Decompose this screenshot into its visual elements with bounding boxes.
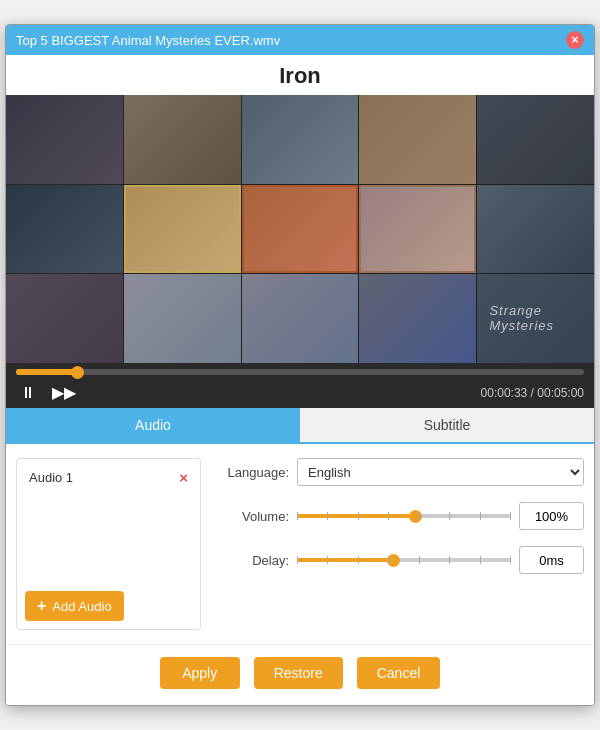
add-audio-button[interactable]: + Add Audio [25, 591, 124, 621]
apply-button[interactable]: Apply [160, 657, 240, 689]
delay-slider-thumb[interactable] [387, 554, 400, 567]
fast-forward-button[interactable]: ▶▶ [48, 381, 80, 404]
language-label: Language: [219, 465, 289, 480]
audio-list-panel: Audio 1 × + Add Audio [16, 458, 201, 630]
delay-setting-row: Delay: 0ms [219, 546, 584, 574]
video-area: StrangeMysteries [6, 95, 594, 363]
volume-input[interactable]: 100% [519, 502, 584, 530]
plus-icon: + [37, 597, 46, 615]
volume-setting-row: Volume: 100% [219, 502, 584, 530]
delay-slider-track [297, 558, 511, 562]
footer-buttons: Apply Restore Cancel [6, 644, 594, 705]
progress-thumb [71, 366, 84, 379]
delay-input[interactable]: 0ms [519, 546, 584, 574]
cancel-button[interactable]: Cancel [357, 657, 441, 689]
playback-controls: ⏸ ▶▶ 00:00:33 / 00:05:00 [16, 381, 584, 404]
title-bar: Top 5 BIGGEST Animal Mysteries EVER.wmv … [6, 25, 594, 55]
tab-content: Audio 1 × + Add Audio Language: English … [6, 444, 594, 644]
time-separator: / [527, 386, 537, 400]
total-time: 00:05:00 [537, 386, 584, 400]
delay-slider-fill [297, 558, 393, 562]
volume-slider-fill [297, 514, 415, 518]
add-audio-label: Add Audio [52, 599, 111, 614]
tab-subtitle[interactable]: Subtitle [300, 408, 594, 442]
video-title: Iron [6, 55, 594, 95]
audio-item: Audio 1 × [23, 465, 194, 490]
language-select[interactable]: English French Spanish German Japanese [297, 458, 584, 486]
language-setting-row: Language: English French Spanish German … [219, 458, 584, 486]
volume-slider-container[interactable] [297, 506, 511, 526]
progress-bar-container[interactable] [16, 369, 584, 375]
delay-slider-container[interactable] [297, 550, 511, 570]
tabs-container: Audio Subtitle [6, 408, 594, 444]
progress-fill [16, 369, 78, 375]
controls-bar: ⏸ ▶▶ 00:00:33 / 00:05:00 [6, 363, 594, 408]
volume-slider-track [297, 514, 511, 518]
window-title: Top 5 BIGGEST Animal Mysteries EVER.wmv [16, 33, 566, 48]
restore-button[interactable]: Restore [254, 657, 343, 689]
audio-remove-button[interactable]: × [179, 469, 188, 486]
volume-slider-thumb[interactable] [409, 510, 422, 523]
pause-button[interactable]: ⏸ [16, 382, 40, 404]
right-settings: Language: English French Spanish German … [201, 458, 584, 630]
video-placeholder: StrangeMysteries [6, 95, 594, 363]
video-watermark: StrangeMysteries [489, 303, 554, 333]
current-time: 00:00:33 [481, 386, 528, 400]
close-button[interactable]: × [566, 31, 584, 49]
audio-item-label: Audio 1 [29, 470, 73, 485]
left-controls: ⏸ ▶▶ [16, 381, 80, 404]
delay-label: Delay: [219, 553, 289, 568]
time-display: 00:00:33 / 00:05:00 [481, 386, 584, 400]
main-window: Top 5 BIGGEST Animal Mysteries EVER.wmv … [5, 24, 595, 706]
volume-label: Volume: [219, 509, 289, 524]
tab-audio[interactable]: Audio [6, 408, 300, 442]
